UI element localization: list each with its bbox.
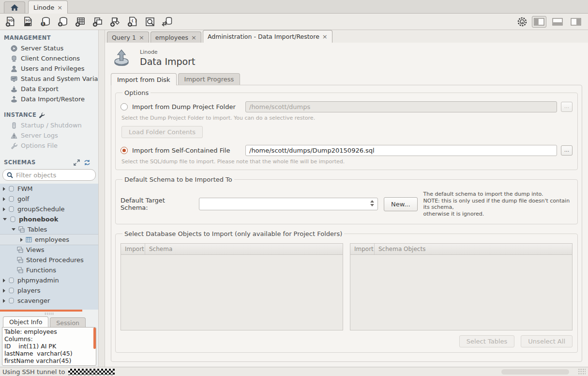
load-folder-contents-button[interactable]: Load Folder Contents xyxy=(121,126,203,138)
procedures-folder-icon xyxy=(17,257,23,263)
info-tab-bar: Object Info Session xyxy=(0,316,98,327)
find-objects-icon[interactable] xyxy=(144,16,156,28)
left-panel-icon xyxy=(534,18,544,26)
chevron-right-icon[interactable] xyxy=(3,207,5,211)
sidebar-item-data-import-restore[interactable]: Data Import/Restore xyxy=(0,94,98,104)
schema-tree-item-scavenger[interactable]: scavenger xyxy=(0,296,98,306)
chevron-down-icon[interactable] xyxy=(3,218,7,220)
radio-import-dump-folder[interactable]: Import from Dump Project Folder xyxy=(121,103,245,110)
create-schema-icon[interactable] xyxy=(57,16,69,28)
sidebar-item-server-status[interactable]: Server Status xyxy=(0,43,98,53)
schema-tree-item-functions[interactable]: Functions xyxy=(0,265,98,275)
self-contained-file-field[interactable]: /home/scott/dumps/Dump20150926.sql xyxy=(245,145,557,156)
schema-tree-item-employees[interactable]: employees xyxy=(0,235,98,245)
refresh-schemas-icon[interactable] xyxy=(84,159,90,166)
create-procedure-icon[interactable] xyxy=(109,16,121,28)
browse-dump-folder-button[interactable]: ... xyxy=(561,102,573,112)
toggle-bottom-panel-button[interactable] xyxy=(550,16,565,28)
wrench-icon xyxy=(39,112,45,118)
tab-object-info[interactable]: Object Info xyxy=(3,316,48,327)
system-variables-icon xyxy=(11,76,17,82)
status-circle-icon[interactable] xyxy=(516,16,528,28)
search-icon xyxy=(7,172,13,178)
open-sql-file-icon[interactable]: SQL xyxy=(22,16,34,28)
new-sql-tab-icon[interactable]: SQL xyxy=(5,16,16,28)
expand-panel-icon[interactable] xyxy=(74,159,80,166)
dump-folder-path-field[interactable]: /home/scott/dumps xyxy=(245,101,557,112)
sidebar-splitter-handle[interactable] xyxy=(0,312,98,316)
default-target-schema-select[interactable] xyxy=(199,198,378,210)
toggle-right-panel-button[interactable] xyxy=(569,16,583,28)
object-info-scrollbar[interactable] xyxy=(93,328,96,349)
sidebar-item-options-file[interactable]: Options File xyxy=(0,141,98,151)
options-legend: Options xyxy=(122,89,151,96)
unselect-all-button[interactable]: Unselect All xyxy=(521,335,573,347)
radio-button-icon[interactable] xyxy=(121,103,128,110)
window-resize-grip-icon[interactable] xyxy=(578,368,586,375)
sidebar-item-status-system-variables[interactable]: Status and System Variables xyxy=(0,74,98,84)
inspect-database-icon[interactable]: i xyxy=(40,16,51,28)
tab-query-1[interactable]: Query 1 × xyxy=(107,31,149,43)
schema-tree-item-phonebook[interactable]: phonebook xyxy=(0,214,98,224)
object-info-line: ID int(11) AI PK xyxy=(4,343,94,350)
create-view-icon[interactable] xyxy=(92,16,104,28)
server-status-icon xyxy=(11,45,17,52)
chevron-right-icon[interactable] xyxy=(3,289,5,293)
sidebar-item-data-export[interactable]: Data Export xyxy=(0,84,98,94)
close-icon[interactable]: × xyxy=(57,4,62,11)
schema-tree-item-tables[interactable]: Tables xyxy=(0,224,98,235)
reconnect-database-icon[interactable] xyxy=(162,16,173,28)
close-icon[interactable]: × xyxy=(139,34,144,41)
chevron-right-icon[interactable] xyxy=(20,238,23,242)
schema-icon xyxy=(8,277,15,283)
bottom-panel-icon xyxy=(552,18,563,26)
schema-objects-table-header: Import Schema Objects xyxy=(350,244,572,255)
schema-tree-item-phpmyadmin[interactable]: phpmyadmin xyxy=(0,275,98,285)
tables-folder-icon xyxy=(18,226,25,233)
home-tab[interactable] xyxy=(4,1,25,13)
schema-tree-item-golf[interactable]: golf xyxy=(0,194,98,204)
schema-tree-item-stored-procedures[interactable]: Stored Procedures xyxy=(0,255,98,265)
tab-import-from-disk[interactable]: Import from Disk xyxy=(111,73,177,85)
schema-tree-item-groupschedule[interactable]: groupSchedule xyxy=(0,204,98,214)
startup-shutdown-icon xyxy=(11,122,17,129)
radio-import-self-contained[interactable]: Import from Self-Contained File xyxy=(121,147,245,154)
radio-button-selected-icon[interactable] xyxy=(121,147,128,154)
connection-tab[interactable]: Linode × xyxy=(28,0,68,14)
close-icon[interactable]: × xyxy=(322,33,328,40)
connection-tab-label: Linode xyxy=(33,4,54,11)
sidebar-item-server-logs[interactable]: Server Logs xyxy=(0,130,98,141)
schema-filter-input[interactable] xyxy=(16,172,79,179)
tab-employees[interactable]: employees × xyxy=(151,31,201,43)
sidebar-item-client-connections[interactable]: Client Connections xyxy=(0,53,98,63)
tab-import-progress[interactable]: Import Progress xyxy=(178,73,241,85)
chevron-down-icon[interactable] xyxy=(12,228,15,231)
schema-tree-item-fwm[interactable]: FWM xyxy=(0,184,98,194)
chevron-right-icon[interactable] xyxy=(3,299,5,303)
schemas-section-header: SCHEMAS xyxy=(0,155,98,168)
chevron-right-icon[interactable] xyxy=(3,187,5,191)
chevron-right-icon[interactable] xyxy=(3,279,5,282)
tab-session[interactable]: Session xyxy=(50,317,86,327)
table-icon xyxy=(26,236,32,243)
schema-tree-item-views[interactable]: Views xyxy=(0,245,98,255)
new-schema-button[interactable]: New... xyxy=(384,197,418,211)
horizontal-scrollbar[interactable] xyxy=(501,369,569,375)
schemas-table-header: Import Schema xyxy=(121,244,343,255)
main-area: Query 1 × employees × Administration - D… xyxy=(105,30,588,367)
chevron-right-icon[interactable] xyxy=(3,197,5,201)
tab-administration-data-import[interactable]: Administration - Data Import/Restore × xyxy=(203,30,332,43)
toggle-left-panel-button[interactable] xyxy=(532,16,546,28)
browse-file-button[interactable]: ... xyxy=(561,145,573,156)
schema-tree-item-players[interactable]: players xyxy=(0,285,98,296)
close-icon[interactable]: × xyxy=(191,34,196,41)
sidebar-item-users-privileges[interactable]: Users and Privileges xyxy=(0,63,98,74)
svg-text:i: i xyxy=(43,22,44,26)
create-table-icon[interactable] xyxy=(75,16,86,28)
data-import-icon xyxy=(11,96,17,103)
sidebar-item-startup-shutdown[interactable]: Startup / Shutdown xyxy=(0,120,98,130)
select-tables-button[interactable]: Select Tables xyxy=(459,335,515,347)
schema-icon xyxy=(8,206,15,212)
create-function-icon[interactable]: { } xyxy=(127,16,138,28)
main-splitter-handle[interactable] xyxy=(98,30,105,367)
